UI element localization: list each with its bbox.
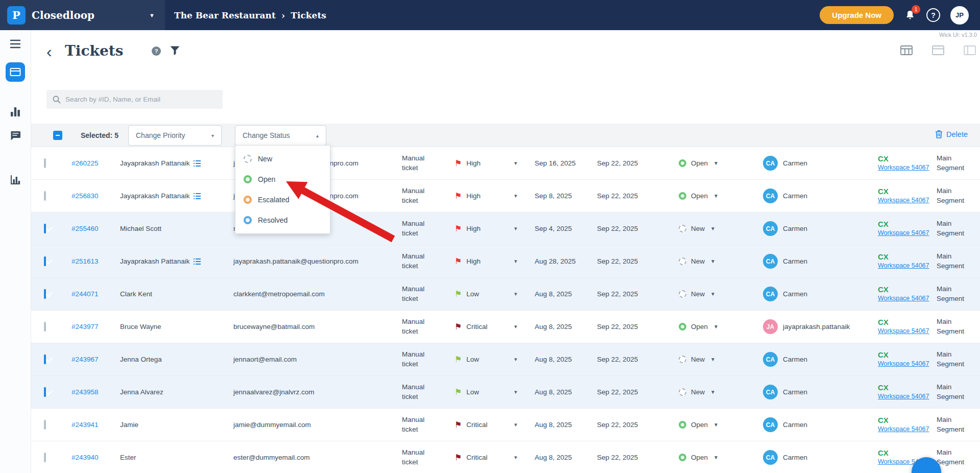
table-row[interactable]: #260225 Jayaprakash Pattanaik jayaprakas… [31, 147, 980, 180]
table-row[interactable]: #256830 Jayaprakash Pattanaik jayaprakas… [31, 180, 980, 212]
workspace-link[interactable]: Workspace 54067 [878, 262, 937, 270]
priority-dropdown[interactable]: ▾ [514, 356, 535, 363]
change-priority-dropdown[interactable]: Change Priority ▾ [128, 125, 222, 146]
priority-dropdown[interactable]: ▾ [514, 421, 535, 428]
sidebar-item-dashboard[interactable] [10, 107, 20, 117]
workspace-link[interactable]: Workspace 54067 [878, 295, 937, 303]
priority-label: Low [466, 356, 479, 363]
sidebar-item-tickets[interactable] [6, 62, 25, 82]
priority-dropdown[interactable]: ▾ [514, 225, 535, 232]
due-date: Sep 22, 2025 [597, 388, 658, 396]
ticket-id-link[interactable]: #251613 [71, 257, 120, 265]
status-dropdown[interactable]: New ▼ [658, 388, 743, 396]
table-row[interactable]: #243967 Jenna Ortega jennaort@email.com … [31, 343, 980, 376]
priority-dropdown[interactable]: ▾ [514, 160, 535, 167]
table-row[interactable]: #243940 Ester ester@dummyemail.com Manua… [31, 441, 980, 473]
status-dropdown[interactable]: Open ▼ [658, 159, 743, 167]
table-row[interactable]: #243977 Bruce Wayne brucewayne@batmail.c… [31, 311, 980, 343]
workspace-link[interactable]: Workspace 54067 [878, 164, 937, 172]
assignee-avatar: CA [763, 221, 778, 236]
status-option-resolved[interactable]: Resolved [235, 210, 330, 230]
table-row[interactable]: #243958 Jenna Alvarez jennaalvarez@jnalv… [31, 376, 980, 409]
priority-dropdown[interactable]: ▾ [514, 454, 535, 461]
priority-dropdown[interactable]: ▾ [514, 323, 535, 330]
status-dropdown[interactable]: New ▼ [658, 356, 743, 363]
main-content: ‹ Tickets ? [31, 30, 980, 473]
ticket-id-link[interactable]: #243977 [71, 323, 120, 330]
workspace-link[interactable]: Workspace 54067 [878, 360, 937, 368]
task-list-icon[interactable] [194, 258, 201, 265]
sidebar-item-feedback[interactable] [10, 131, 21, 140]
chevron-down-icon: ▼ [710, 226, 715, 231]
status-dropdown[interactable]: Open ▼ [658, 192, 743, 200]
ticket-id-link[interactable]: #243967 [71, 356, 120, 363]
status-dropdown[interactable]: New ▼ [658, 257, 743, 265]
table-row[interactable]: #251613 Jayaprakash Pattanaik jayaprakas… [31, 245, 980, 278]
title-help-badge[interactable]: ? [152, 46, 161, 56]
change-status-dropdown[interactable]: Change Status ▴ [235, 125, 326, 146]
status-option-escalated[interactable]: Escalated [235, 190, 330, 210]
row-checkbox[interactable] [44, 420, 46, 430]
workspace-link[interactable]: Workspace 54067 [878, 393, 937, 401]
breadcrumb-page: Tickets [291, 10, 326, 20]
row-checkbox[interactable] [44, 453, 46, 462]
ticket-type: Manual ticket [402, 186, 432, 205]
assignee-avatar: CA [763, 287, 778, 301]
help-button[interactable]: ? [926, 8, 940, 22]
user-avatar[interactable]: JP [950, 6, 969, 25]
workspace-link[interactable]: Workspace 54067 [878, 327, 937, 336]
ticket-id-link[interactable]: #260225 [71, 159, 120, 167]
row-checkbox[interactable] [44, 256, 46, 266]
select-all-checkbox[interactable] [53, 131, 62, 140]
row-checkbox[interactable] [44, 191, 46, 201]
status-option-new[interactable]: New [235, 149, 330, 169]
ticket-id-link[interactable]: #244071 [71, 290, 120, 298]
notifications-button[interactable]: 1 [904, 9, 916, 21]
ticket-id-link[interactable]: #243958 [71, 388, 120, 396]
status-dropdown[interactable]: Open ▼ [658, 454, 743, 461]
assignee-avatar: CA [763, 385, 778, 399]
delete-button[interactable]: Delete [935, 130, 968, 138]
task-list-icon[interactable] [194, 193, 201, 199]
priority-dropdown[interactable]: ▾ [514, 291, 535, 297]
ticket-id-link[interactable]: #256830 [71, 192, 120, 200]
workspace-link[interactable]: Workspace 54067 [878, 425, 937, 434]
priority-dropdown[interactable]: ▾ [514, 193, 535, 199]
filter-funnel-icon[interactable] [170, 46, 180, 57]
search-input[interactable] [65, 96, 217, 103]
row-checkbox[interactable] [44, 289, 46, 299]
row-checkbox[interactable] [44, 224, 46, 233]
table-row[interactable]: #244071 Clark Kent clarkkent@metropoemai… [31, 278, 980, 311]
breadcrumb-workspace[interactable]: The Bear Restaurant [174, 10, 276, 20]
table-row[interactable]: #255460 Michael Scott michael@dundermifl… [31, 212, 980, 245]
table-view-icon[interactable] [900, 45, 913, 55]
back-button[interactable]: ‹ [46, 42, 52, 61]
row-checkbox[interactable] [44, 322, 46, 332]
status-option-dot-icon [244, 216, 252, 224]
layout-view-icon[interactable] [932, 45, 944, 55]
row-checkbox[interactable] [44, 387, 46, 397]
ticket-id-link[interactable]: #243941 [71, 421, 120, 429]
row-checkbox[interactable] [44, 158, 46, 168]
brand-menu[interactable]: P Closedloop ▼ [0, 0, 165, 30]
hamburger-menu-icon[interactable] [10, 39, 21, 49]
status-dropdown[interactable]: New ▼ [658, 225, 743, 232]
row-checkbox[interactable] [44, 354, 46, 364]
priority-dropdown[interactable]: ▾ [514, 389, 535, 395]
task-list-icon[interactable] [194, 160, 201, 167]
ticket-id-link[interactable]: #243940 [71, 454, 120, 461]
upgrade-now-button[interactable]: Upgrade Now [820, 6, 894, 24]
workspace-link[interactable]: Workspace 54067 [878, 197, 937, 205]
chevron-down-icon: ▾ [211, 133, 214, 138]
chevron-down-icon[interactable]: ▼ [149, 12, 155, 18]
status-dropdown[interactable]: New ▼ [658, 290, 743, 298]
ticket-id-link[interactable]: #255460 [71, 225, 120, 232]
priority-dropdown[interactable]: ▾ [514, 258, 535, 265]
status-dropdown[interactable]: Open ▼ [658, 323, 743, 330]
status-dropdown[interactable]: Open ▼ [658, 421, 743, 429]
table-row[interactable]: #243941 Jamie jamie@dummyemail.com Manua… [31, 409, 980, 441]
workspace-link[interactable]: Workspace 54067 [878, 229, 937, 238]
panel-view-icon[interactable] [964, 45, 976, 55]
sidebar-item-analytics[interactable] [10, 175, 20, 185]
status-option-open[interactable]: Open [235, 169, 330, 190]
